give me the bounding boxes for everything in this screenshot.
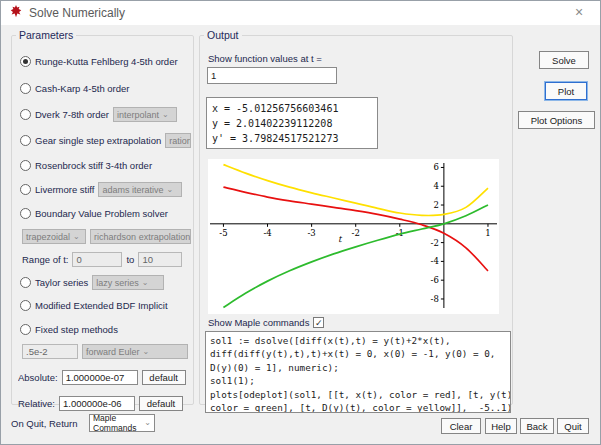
show-values-label: Show function values at t = [208,53,322,64]
function-values-box[interactable]: x = -5.01256756603461 y = 2.014022391122… [206,97,378,149]
output-group: Output Show function values at t = x = -… [199,29,513,405]
chevron-down-icon: ⌄ [144,419,151,427]
svg-text:t: t [338,234,343,244]
radio-label: Runge-Kutta Fehlberg 4-5th order [35,56,178,67]
radio-label: Fixed step methods [35,324,118,335]
svg-text:-2: -2 [431,238,439,248]
chevron-down-icon: ⌄ [162,111,169,119]
forward-euler-dropdown: forward Euler ⌄ [82,344,188,359]
radio-label: Taylor series [35,277,88,288]
parameters-group-label: Parameters [16,29,76,41]
radio-label: Boundary Value Problem solver [35,208,168,219]
svg-text:-4: -4 [431,256,439,266]
absolute-tolerance-row: Absolute: default [18,370,191,385]
radio-dverk[interactable]: Dverk 7-8th order interpolant ⌄ [20,107,191,122]
radio-fixed-step[interactable]: Fixed step methods [20,324,191,335]
svg-text:-2: -2 [352,228,360,238]
lazy-series-dropdown: lazy series ⌄ [92,275,164,290]
radio-label: Cash-Karp 4-5th order [35,83,130,94]
t-value-input[interactable] [207,67,337,84]
show-commands-checkbox[interactable]: ✓ [313,317,324,328]
maple-commands-box[interactable]: sol1 := dsolve([diff(x(t),t) = y(t)+2*x(… [205,331,511,413]
radio-label: Gear single step extrapolation [35,135,161,146]
titlebar: Solve Numerically [1,1,600,25]
radio-modified-bdf[interactable]: Modified Extended BDF Implicit [20,300,191,311]
value-yprime: y' = 3.79824517521273 [212,131,372,146]
output-group-label: Output [204,29,242,41]
interpolant-dropdown: interpolant ⌄ [113,107,177,122]
radio-label: Rosenbrock stiff 3-4th order [35,160,152,171]
radio-taylor-series[interactable]: Taylor series lazy series ⌄ [20,275,191,290]
plot-options-button[interactable]: Plot Options [518,111,595,129]
relative-label: Relative: [18,398,55,409]
radio-icon [20,160,31,171]
svg-text:-4: -4 [263,228,271,238]
svg-text:6: 6 [433,162,438,172]
on-quit-return-label: On Quit, Return [11,418,78,429]
svg-text:-6: -6 [431,275,439,285]
trapezoidal-dropdown: trapezoidal ⌄ [22,229,86,244]
relative-tolerance-input[interactable] [59,396,135,411]
value-y: y = 2.01402239112208 [212,116,372,131]
richardson-dropdown: richardson extrapolation ⌄ [90,229,191,244]
range-from-input [72,252,122,267]
range-to-label: to [126,254,134,265]
show-commands-label: Show Maple commands [208,317,309,328]
solve-numerically-window: Solve Numerically × Parameters Runge-Kut… [0,0,601,445]
plot-button[interactable]: Plot [545,82,587,100]
radio-runge-kutta-fehlberg[interactable]: Runge-Kutta Fehlberg 4-5th order [20,56,191,67]
radio-icon [20,83,31,94]
check-icon: ✓ [315,318,323,328]
radio-rosenbrock[interactable]: Rosenbrock stiff 3-4th order [20,160,191,171]
show-commands-row: Show Maple commands ✓ [208,317,324,328]
ode-plot-svg: -5-4-3-2-11642-2-4-6-8t [208,159,499,314]
radio-icon [20,324,31,335]
radio-bvp-solver[interactable]: Boundary Value Problem solver [20,208,191,219]
maple-leaf-icon [9,4,23,22]
radio-selected-icon [20,56,31,67]
svg-text:-3: -3 [307,228,315,238]
radio-icon [20,135,31,146]
svg-text:-8: -8 [431,294,439,304]
radio-cash-karp[interactable]: Cash-Karp 4-5th order [20,83,191,94]
value-x: x = -5.01256756603461 [212,101,372,116]
bvp-dropdown-row: trapezoidal ⌄ richardson extrapolation ⌄ [22,229,191,244]
ode-plot: -5-4-3-2-11642-2-4-6-8t [208,159,499,314]
rational-dropdown: rational ⌄ [165,133,191,148]
radio-gear-extrapolation[interactable]: Gear single step extrapolation rational … [20,133,191,148]
svg-text:1: 1 [485,228,490,238]
range-to-input [138,252,182,267]
chevron-down-icon: ⌄ [167,186,174,194]
relative-tolerance-row: Relative: default [18,396,191,411]
svg-text:-5: -5 [219,228,227,238]
on-quit-return-dropdown[interactable]: Maple Commands ⌄ [89,414,155,432]
absolute-tolerance-input[interactable] [62,370,138,385]
radio-icon [20,277,31,288]
svg-text:2: 2 [433,200,438,210]
radio-icon [20,208,31,219]
radio-label: Modified Extended BDF Implicit [35,300,168,311]
back-button[interactable]: Back [520,418,554,434]
radio-livermore[interactable]: Livermore stiff adams iterative ⌄ [20,182,191,197]
radio-icon [20,109,31,120]
quit-button[interactable]: Quit [557,418,589,434]
range-label: Range of t: [22,254,68,265]
relative-default-button[interactable]: default [139,396,183,411]
chevron-down-icon: ⌄ [143,348,150,356]
radio-label: Dverk 7-8th order [35,109,109,120]
solve-button[interactable]: Solve [539,51,589,69]
adams-iterative-dropdown: adams iterative ⌄ [98,182,182,197]
absolute-default-button[interactable]: default [142,370,186,385]
fixed-step-row: forward Euler ⌄ [22,344,191,359]
radio-icon [20,300,31,311]
chevron-down-icon: ⌄ [73,233,80,241]
close-icon[interactable]: × [570,4,588,22]
clear-button[interactable]: Clear [441,418,481,434]
window-title: Solve Numerically [29,6,125,20]
parameters-group: Parameters Runge-Kutta Fehlberg 4-5th or… [11,29,194,405]
radio-label: Livermore stiff [35,184,94,195]
chevron-down-icon: ⌄ [142,279,149,287]
help-button[interactable]: Help [485,418,517,434]
svg-text:4: 4 [433,181,438,191]
radio-icon [20,184,31,195]
